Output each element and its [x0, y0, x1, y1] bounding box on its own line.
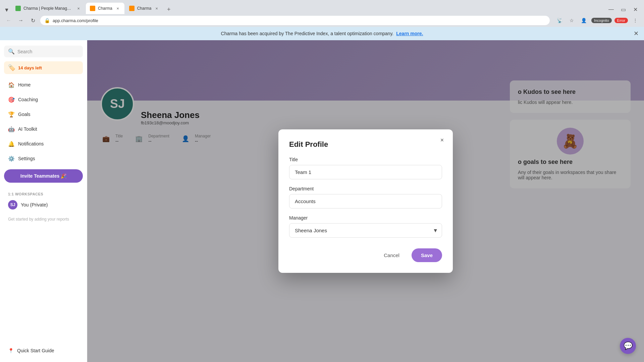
sidebar-item-home-label: Home	[18, 82, 31, 87]
announcement-link[interactable]: Learn more.	[396, 31, 423, 36]
quick-start-guide[interactable]: 📍 Quick Start Guide	[4, 345, 83, 357]
sidebar-item-goals[interactable]: 🏆 Goals	[4, 108, 83, 121]
close-browser-button[interactable]: ✕	[631, 5, 640, 14]
title-input[interactable]	[289, 165, 442, 179]
chat-bubble-button[interactable]: 💬	[620, 338, 636, 354]
incognito-badge: Incognito	[591, 18, 612, 23]
sidebar-item-ai-toolkit-label: AI Toolkit	[18, 126, 37, 132]
quick-start-icon: 📍	[8, 348, 14, 353]
tab-3-close[interactable]: ✕	[154, 6, 159, 11]
announcement-banner: Charma has been acquired by The Predicti…	[0, 27, 644, 40]
workspace-section: 1:1 Workspaces SJ You (Private)	[4, 191, 83, 212]
goals-icon: 🏆	[8, 111, 15, 118]
ai-toolkit-icon: 🤖	[8, 126, 15, 132]
forward-button[interactable]: →	[16, 16, 25, 25]
tab-3-favicon	[129, 6, 135, 11]
tab-2[interactable]: Charma ✕	[86, 3, 124, 14]
trial-text: 14 days left	[18, 65, 42, 70]
modal-actions: Cancel Save	[289, 248, 442, 262]
app-container: 🔍 Search 🏷️ 14 days left 🏠 Home 🎯 Coachi…	[0, 40, 644, 362]
cancel-button[interactable]: Cancel	[376, 248, 408, 262]
sidebar-item-goals-label: Goals	[18, 112, 31, 117]
manager-select-wrapper: Sheena Jones ▼	[289, 223, 442, 238]
tab-1-close[interactable]: ✕	[76, 6, 81, 11]
tab-1-title: Charma | People Management S...	[23, 6, 73, 11]
trial-badge: 🏷️ 14 days left	[4, 61, 83, 74]
notifications-icon: 🔔	[8, 140, 15, 147]
new-tab-button[interactable]: +	[164, 5, 173, 14]
get-started-text: Get started by adding your reports	[4, 214, 83, 225]
sidebar-item-coaching-label: Coaching	[18, 97, 38, 102]
edit-profile-modal: Edit Profile × Title Department Manager	[278, 129, 453, 273]
browser-icons: 📡 ☆ 👤 Incognito Error ⋮	[555, 16, 640, 25]
department-input[interactable]	[289, 194, 442, 208]
manager-select[interactable]: Sheena Jones	[289, 223, 442, 238]
chat-icon: 💬	[624, 342, 633, 350]
minimize-button[interactable]: —	[606, 5, 616, 14]
tab-2-favicon	[90, 6, 95, 11]
department-form-group: Department	[289, 186, 442, 208]
search-placeholder: Search	[17, 49, 32, 54]
profile-button[interactable]: 👤	[579, 16, 589, 25]
coaching-icon: 🎯	[8, 96, 15, 103]
sidebar-item-settings[interactable]: ⚙️ Settings	[4, 152, 83, 165]
tab-1[interactable]: Charma | People Management S... ✕	[11, 3, 85, 14]
address-bar-row: ← → ↻ 🔒 app.charma.com/profile 📡 ☆ 👤 Inc…	[0, 14, 644, 27]
tab-bar: ▼ Charma | People Management S... ✕ Char…	[0, 0, 644, 14]
modal-backdrop: Edit Profile × Title Department Manager	[87, 40, 644, 362]
tab-3[interactable]: Charma ✕	[125, 3, 164, 14]
browser-chrome: ▼ Charma | People Management S... ✕ Char…	[0, 0, 644, 27]
address-bar[interactable]: 🔒 app.charma.com/profile	[40, 16, 550, 25]
sidebar: 🔍 Search 🏷️ 14 days left 🏠 Home 🎯 Coachi…	[0, 40, 87, 362]
tab-2-close[interactable]: ✕	[115, 6, 120, 11]
back-button[interactable]: ←	[4, 16, 13, 25]
invite-teammates-button[interactable]: Invite Teammates 🎉	[4, 169, 83, 183]
tab-3-title: Charma	[137, 6, 152, 11]
search-icon: 🔍	[8, 48, 15, 55]
manager-label: Manager	[289, 215, 442, 221]
title-form-group: Title	[289, 157, 442, 179]
department-label: Department	[289, 186, 442, 191]
workspace-avatar: SJ	[8, 200, 17, 209]
save-button[interactable]: Save	[412, 248, 442, 262]
bookmark-button[interactable]: ☆	[567, 16, 577, 25]
sidebar-item-notifications[interactable]: 🔔 Notifications	[4, 137, 83, 150]
sidebar-item-ai-toolkit[interactable]: 🤖 AI Toolkit	[4, 122, 83, 136]
quick-start-label: Quick Start Guide	[17, 348, 54, 353]
modal-close-button[interactable]: ×	[437, 135, 447, 145]
sidebar-item-notifications-label: Notifications	[18, 141, 44, 146]
trial-icon: 🏷️	[8, 64, 15, 71]
sidebar-item-coaching[interactable]: 🎯 Coaching	[4, 93, 83, 106]
tab-2-title: Charma	[98, 6, 112, 11]
tab-1-favicon	[15, 6, 21, 11]
cast-button[interactable]: 📡	[555, 16, 565, 25]
restore-button[interactable]: ▭	[619, 5, 628, 14]
address-text: app.charma.com/profile	[53, 18, 546, 23]
announcement-text: Charma has been acquired by The Predicti…	[221, 31, 394, 36]
title-label: Title	[289, 157, 442, 162]
extensions-button[interactable]: ⋮	[631, 16, 640, 25]
home-icon: 🏠	[8, 81, 15, 88]
reload-button[interactable]: ↻	[28, 16, 38, 25]
search-bar[interactable]: 🔍 Search	[4, 46, 83, 57]
manager-form-group: Manager Sheena Jones ▼	[289, 215, 442, 238]
banner-close-button[interactable]: ✕	[634, 30, 639, 37]
sidebar-item-home[interactable]: 🏠 Home	[4, 78, 83, 92]
settings-icon: ⚙️	[8, 155, 15, 162]
error-badge: Error	[614, 18, 628, 23]
tab-list-button[interactable]: ▼	[3, 6, 11, 14]
tab-actions: — ▭ ✕	[606, 5, 644, 14]
main-content: SJ Sheena Jones fb193c18@moodjoy.com 💼 T…	[87, 40, 644, 362]
workspace-item-label: You (Private)	[21, 202, 48, 207]
workspace-item-you-private[interactable]: SJ You (Private)	[4, 197, 83, 212]
workspace-section-label: 1:1 Workspaces	[4, 191, 83, 197]
modal-title: Edit Profile	[289, 140, 442, 149]
sidebar-item-settings-label: Settings	[18, 156, 35, 161]
